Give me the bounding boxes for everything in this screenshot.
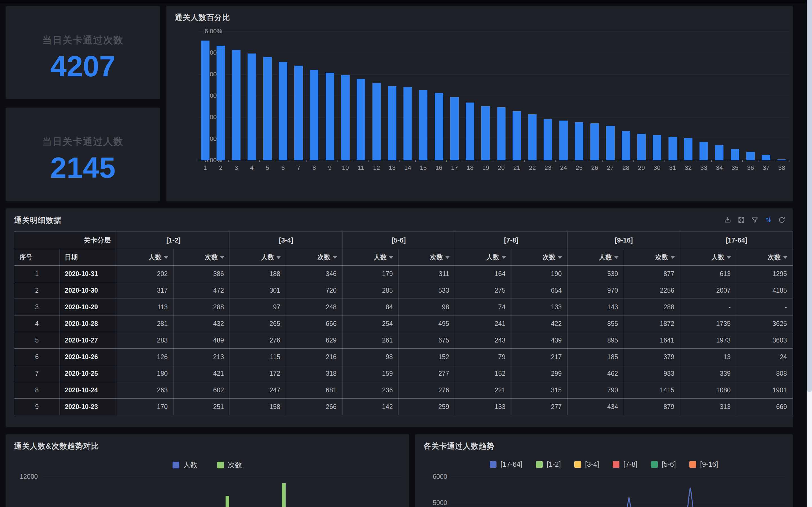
bar[interactable] — [715, 145, 723, 160]
x-axis-tick: 3 — [229, 164, 244, 172]
bar[interactable] — [559, 121, 568, 160]
column-header-times[interactable]: 次数 — [511, 249, 567, 266]
bar[interactable] — [762, 155, 770, 160]
x-tick-mark — [259, 160, 260, 162]
bar[interactable] — [263, 57, 272, 160]
bar[interactable] — [279, 62, 287, 160]
bar[interactable] — [637, 134, 646, 160]
cell-index: 9 — [14, 399, 60, 415]
legend-label: 人数 — [183, 460, 197, 469]
table-row: 92020-10-2317025115826614225913327743487… — [14, 399, 793, 415]
cell-value: 317 — [117, 282, 174, 299]
column-header-people[interactable]: 人数 — [230, 249, 286, 266]
bar[interactable] — [544, 119, 552, 160]
column-header-times[interactable]: 次数 — [737, 249, 793, 266]
bar[interactable] — [232, 50, 241, 160]
bar[interactable] — [497, 107, 506, 160]
bar[interactable] — [684, 138, 693, 160]
bar[interactable] — [419, 90, 427, 160]
cell-value: 188 — [230, 266, 286, 282]
bar[interactable] — [513, 111, 521, 160]
bar[interactable] — [575, 122, 583, 160]
bar[interactable] — [326, 73, 334, 160]
cell-date: 2020-10-31 — [59, 266, 117, 282]
bar[interactable] — [450, 97, 459, 160]
cell-value: 202 — [117, 266, 174, 282]
x-tick-mark — [774, 160, 774, 162]
bar[interactable] — [310, 70, 318, 160]
cell-value: 720 — [286, 282, 343, 299]
column-header-times[interactable]: 次数 — [286, 249, 343, 266]
bar[interactable] — [388, 86, 396, 160]
sort-icon[interactable] — [765, 216, 772, 225]
bar[interactable] — [777, 159, 786, 160]
line-series-peak[interactable] — [621, 488, 698, 507]
column-header-people[interactable]: 人数 — [455, 249, 511, 266]
legend-item[interactable]: 次数 — [217, 460, 242, 469]
cell-value: 970 — [567, 282, 624, 299]
bar-slot: 3 — [229, 31, 244, 160]
sort-caret-icon — [783, 256, 788, 259]
bar[interactable] — [435, 93, 443, 160]
cell-value: 533 — [399, 282, 455, 299]
trend-bar[interactable] — [225, 496, 229, 507]
cell-value: 877 — [624, 266, 680, 282]
bar[interactable] — [372, 83, 381, 160]
bar[interactable] — [357, 79, 365, 160]
cell-value: 133 — [455, 399, 511, 415]
bar[interactable] — [481, 106, 490, 160]
bar[interactable] — [591, 123, 599, 160]
refresh-icon[interactable] — [778, 216, 785, 225]
cell-value: 346 — [286, 266, 343, 282]
bar-slot: 37 — [758, 31, 774, 160]
x-axis-tick: 31 — [665, 164, 680, 172]
bar[interactable] — [216, 46, 225, 160]
cell-value: 855 — [567, 316, 624, 332]
cell-value: 98 — [342, 349, 399, 365]
bar-slot: 12 — [369, 31, 384, 160]
bar[interactable] — [606, 126, 615, 160]
column-header-times[interactable]: 次数 — [624, 249, 680, 266]
bar[interactable] — [201, 41, 209, 160]
cell-value: 276 — [230, 332, 286, 349]
bar[interactable] — [341, 75, 350, 160]
scrollbar-thumb[interactable] — [807, 0, 812, 392]
bar-slot: 28 — [618, 31, 633, 160]
filter-icon[interactable] — [751, 216, 758, 225]
bar-slot: 38 — [774, 31, 790, 160]
column-header-people[interactable]: 人数 — [117, 249, 174, 266]
bar[interactable] — [248, 54, 256, 160]
column-header-people[interactable]: 人数 — [567, 249, 624, 266]
column-header-date: 日期 — [59, 249, 117, 266]
expand-icon[interactable] — [738, 216, 745, 225]
bar[interactable] — [294, 66, 303, 160]
line-series — [415, 434, 793, 507]
x-axis-tick: 20 — [493, 164, 509, 172]
column-header-times[interactable]: 次数 — [173, 249, 230, 266]
x-axis-tick: 10 — [338, 164, 353, 172]
cell-value: 265 — [230, 316, 286, 332]
bar[interactable] — [653, 135, 661, 160]
column-header-people[interactable]: 人数 — [342, 249, 399, 266]
bar[interactable] — [622, 131, 630, 160]
panel-toolbar — [724, 216, 785, 225]
x-axis-tick: 29 — [633, 164, 649, 172]
cell-value: 247 — [230, 382, 286, 399]
download-icon[interactable] — [724, 216, 731, 225]
bar[interactable] — [700, 142, 708, 160]
bar[interactable] — [668, 137, 677, 160]
trend-bar[interactable] — [282, 483, 286, 507]
bar[interactable] — [403, 87, 412, 160]
bar[interactable] — [466, 103, 474, 160]
column-header-people[interactable]: 人数 — [680, 249, 737, 266]
bar[interactable] — [746, 152, 755, 160]
bar-slot: 15 — [416, 31, 431, 160]
legend-item[interactable]: 人数 — [172, 460, 197, 469]
column-header-times[interactable]: 次数 — [399, 249, 455, 266]
cell-index: 5 — [14, 332, 60, 349]
cell-value: 2007 — [680, 282, 737, 299]
x-axis-tick: 5 — [260, 164, 275, 172]
bar[interactable] — [528, 114, 537, 160]
bar[interactable] — [731, 149, 739, 160]
table-row: 22020-10-3031747230172028553327565497022… — [14, 282, 793, 299]
